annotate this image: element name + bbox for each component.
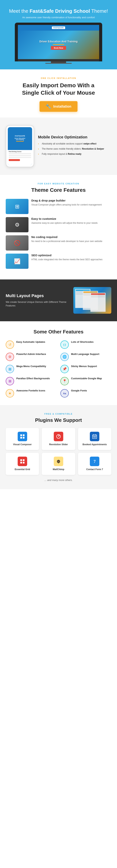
svg-rect-9 [20,459,22,461]
mobile-features-list: Absolutely all scrollable sections suppo… [38,142,111,155]
fontello-icon: ★ [6,389,14,398]
feature-row-seo: 📈 SEO optimized HTML code integrated int… [6,254,111,269]
admin-icon: ⚙ [6,353,14,361]
phone-form: Find Driving Course [8,150,32,165]
svg-rect-6 [93,437,94,437]
one-click-section: ONE CLICK INSTALLATION Easily Import Dem… [0,69,117,118]
googlefonts-icon: Aa [61,389,69,398]
visual-composer-icon [18,432,27,441]
feature-item-multilang: 🌐 Multi Language Support [61,353,111,361]
core-features-label: FOR EASY WEBSITE CREATION [6,183,111,185]
feature-text-nocoding: No coding required No need to be a profe… [31,235,102,243]
plugin-visual-composer: Visual Composer [6,428,39,450]
feature-item-auto-updates: ↺ Easy Automatic Updates [6,340,56,349]
megamenu-icon: ▦ [6,365,14,373]
other-features-heading: Some Other Features [6,329,111,335]
multi-layout-section: Multi Layout Pages We create Several Uni… [0,279,117,321]
nocoding-icon: 🚫 [14,240,21,246]
plugin-mailchimp: MailChimp [42,453,75,475]
seo-icon: 📈 [14,258,21,265]
plugin-revolution-slider: Revolution Slider [42,428,75,450]
features-grid: ↺ Easy Automatic Updates { } Lots of Sho… [6,340,111,398]
multi-layout-heading: Multi Layout Pages [6,293,70,298]
installation-button[interactable]: 🔧 Installation [40,101,77,112]
feature-text-customize: Easy to customize Awesome easy-to-use op… [31,217,98,225]
feature-img-customize: ⚙ [6,217,29,232]
feature-item-googlefonts: Aa Google Fonts [61,389,111,398]
core-features-heading: Theme Core Features [6,187,111,193]
page-preview-3 [90,293,106,312]
googlemap-icon: 📍 [61,377,69,385]
feature-text-seo: SEO optimized HTML code integrated into … [31,254,102,261]
plugins-more-text: ... and many more others. [6,479,111,482]
svg-rect-3 [23,437,25,439]
mobile-feature-2: The theme uses mobile friendly sliders: … [38,147,111,151]
mobile-text-content: Mobile Device Optimization Absolutely al… [38,135,111,157]
svg-rect-8 [95,437,96,437]
mobile-heading: Mobile Device Optimization [38,135,111,140]
feature-img-drag: ⊞ [6,199,29,214]
hero-headline: Meet the Fast&Safe Driving School Theme! [6,8,111,14]
plugins-label: FREE & COMPATIBLE [6,413,111,415]
plugin-contact-form-7: 7 Contact Form 7 [78,453,111,475]
mobile-optimization-section: FAST&SAFE Driver EducationAnd Training F… [0,118,117,175]
feature-item-admin: ⚙ Powerful Admin Interface [6,353,56,361]
auto-updates-icon: ↺ [6,340,14,349]
feature-row-nocoding: 🚫 No coding required No need to be a pro… [6,235,111,251]
hero-section: Meet the Fast&Safe Driving School Theme!… [0,0,117,69]
svg-rect-2 [20,437,22,439]
screen-content: Driver Education And Training Book Now [18,31,99,59]
feature-item-shortcodes: { } Lots of Shortcodes [61,340,111,349]
svg-rect-11 [20,462,22,463]
install-icon: 🔧 [46,104,51,109]
multilang-icon: 🌐 [61,353,69,361]
svg-point-14 [59,461,60,462]
plugin-booked-appointments: Booked Appointments [78,428,111,450]
svg-point-13 [57,461,58,462]
feature-item-megamenu: ▦ Mega Menu Compatibility [6,365,56,373]
svg-rect-7 [94,437,95,437]
laptop-mockup: FAST&SAFE Driver Education And Training … [15,23,102,64]
multi-layout-text: Multi Layout Pages We create Several Uni… [6,293,70,308]
sticky-icon: 📌 [61,365,69,373]
feature-item-googlemap: 📍 Customizable Google Map [61,377,111,385]
mobile-feature-1: Absolutely all scrollable sections suppo… [38,142,111,146]
feature-item-fontello: ★ Awesome Fontello Icons [6,389,56,398]
feature-text-drag: Drag & drop page builder Visual Composer… [31,199,102,207]
plugin-essential-grid: Essential Grid [6,453,39,475]
multi-layout-desc: We create Several Unique Demos with Diff… [6,300,70,308]
booked-appointments-icon [90,432,99,441]
phone-screen-content: FAST&SAFE Driver EducationAnd Training [8,127,32,150]
screen-logo: FAST&SAFE [52,26,65,29]
core-features-section: FOR EASY WEBSITE CREATION Theme Core Fea… [0,175,117,279]
svg-rect-0 [20,434,22,436]
parallax-icon: ⊞ [6,377,14,385]
svg-rect-10 [23,459,25,461]
one-click-heading: Easily Import Demo With a Single Click o… [8,82,109,96]
shortcodes-icon: { } [61,340,69,349]
plugins-grid: Visual Composer Revolution Slider [6,428,111,475]
svg-rect-12 [23,462,25,463]
other-features-section: Some Other Features ↺ Easy Automatic Upd… [0,321,117,405]
essential-grid-icon [18,457,27,466]
feature-row-drag: ⊞ Drag & drop page builder Visual Compos… [6,199,111,214]
contact-form-7-icon: 7 [90,457,99,466]
feature-img-seo: 📈 [6,254,29,269]
drag-drop-icon: ⊞ [15,204,20,210]
feature-row-customize: ⚙ Easy to customize Awesome easy-to-use … [6,217,111,232]
customize-icon: ⚙ [15,222,20,228]
plugins-heading: Plugins We Support [6,417,111,423]
revolution-slider-icon [54,432,63,441]
plugins-section: FREE & COMPATIBLE Plugins We Support Vis… [0,405,117,489]
hero-subtitle: An awesome user friendly combination of … [6,16,111,19]
feature-item-parallax: ⊞ Parallax Effect Backgrounds [6,377,56,385]
mobile-feature-3: Fully responsive layout & Retina ready [38,152,111,156]
one-click-label: ONE CLICK INSTALLATION [8,77,109,79]
mailchimp-icon [54,457,63,466]
feature-item-sticky: 📌 Sticky Menus Support [61,365,111,373]
phone-mockup: FAST&SAFE Driver EducationAnd Training F… [6,125,34,167]
multi-layout-preview [73,287,111,314]
svg-rect-1 [23,434,25,436]
feature-img-nocoding: 🚫 [6,235,29,251]
